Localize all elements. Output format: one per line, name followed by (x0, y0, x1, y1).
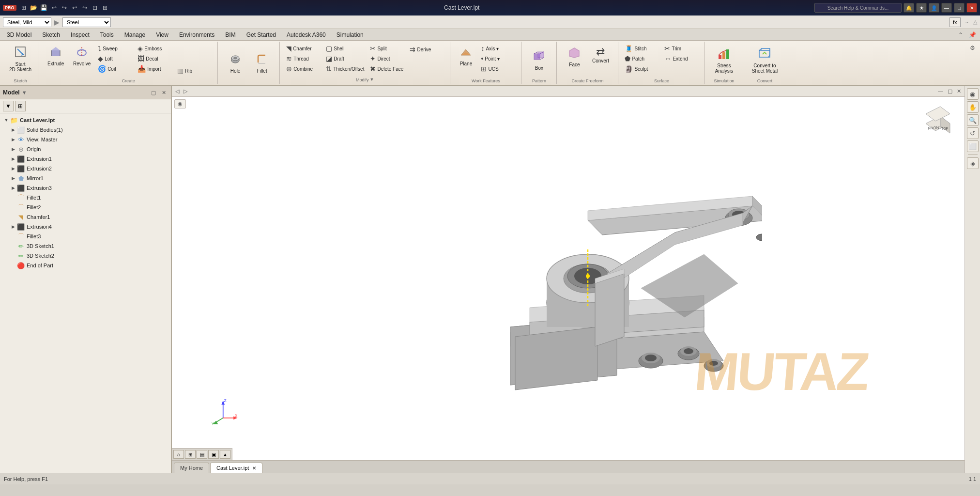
tree-item-chamfer1[interactable]: ◥ Chamfer1 (2, 212, 169, 222)
component-icon[interactable]: ⊡ (91, 3, 99, 12)
extend-btn[interactable]: ↔ Extend (662, 54, 701, 63)
split-btn[interactable]: ✂ Split (368, 44, 406, 53)
chamfer-btn[interactable]: ◥ Chamfer (284, 44, 322, 53)
material-select[interactable]: Steel, Mild (3, 17, 51, 27)
menu-bim[interactable]: BIM (220, 30, 240, 40)
menu-3dmodel[interactable]: 3D Model (2, 30, 36, 40)
revolve-btn[interactable]: Revolve (69, 44, 94, 68)
emboss-btn[interactable]: ◈ Emboss (135, 44, 174, 53)
direct-btn[interactable]: ✦ Direct (368, 54, 406, 63)
new-file-icon[interactable]: ⊞ (19, 3, 28, 12)
ucs-btn[interactable]: ⊞ UCS (478, 64, 517, 74)
delete-face-btn[interactable]: ✖ Delete Face (368, 64, 406, 74)
redo2-icon[interactable]: ↪ (80, 3, 89, 12)
decal-btn[interactable]: 🖼 Decal (135, 54, 174, 63)
trim-btn[interactable]: ✂ Trim (662, 44, 701, 53)
sculpt-btn[interactable]: 🗿 Sculpt (622, 64, 661, 74)
tree-item-end-of-part[interactable]: 🔴 End of Part (2, 261, 169, 270)
open-icon[interactable]: 📂 (30, 3, 38, 12)
tree-item-root[interactable]: ▼ 📁 Cast Lever.ipt (2, 115, 169, 125)
menu-view[interactable]: View (151, 30, 173, 40)
tab-cast-lever[interactable]: Cast Lever.ipt ✕ (210, 463, 262, 473)
split-view-btn[interactable]: ▣ (208, 450, 219, 459)
convert-sheet-metal-btn[interactable]: Convert toSheet Metal (748, 45, 781, 76)
point-btn[interactable]: • Point ▾ (478, 54, 517, 63)
import-btn[interactable]: 📥 Import (135, 64, 174, 74)
convert-freeform-btn[interactable]: ⇄ Convert (588, 45, 613, 65)
sweep-btn[interactable]: ⤵ Sweep (95, 44, 134, 53)
patch-btn[interactable]: ⬟ Patch (622, 54, 661, 63)
rotate-btn[interactable]: ↺ (967, 127, 979, 139)
ribbon-collapse-btn[interactable]: ⌃ (956, 31, 965, 38)
fit-btn[interactable]: ⬜ (967, 140, 979, 152)
extrude-btn[interactable]: Extrude (43, 44, 68, 68)
undo2-icon[interactable]: ↩ (70, 3, 79, 12)
tree-item-view-master[interactable]: ▶ 👁 View: Master (2, 135, 169, 144)
face-btn[interactable]: Face (562, 45, 587, 69)
filter-btn[interactable]: ▼ (3, 101, 14, 111)
maximize-btn[interactable]: □ (954, 3, 965, 13)
search-help-btn[interactable]: Search Help & Commands... (814, 3, 902, 13)
viewport-minimize-btn[interactable]: — (936, 88, 945, 95)
extrusion3-expand-icon[interactable]: ▶ (10, 185, 16, 191)
account-btn[interactable]: 👤 (929, 3, 939, 13)
tree-item-origin[interactable]: ▶ ⊕ Origin (2, 144, 169, 154)
grid-icon[interactable]: ⊞ (101, 3, 109, 12)
close-btn[interactable]: ✕ (966, 3, 977, 13)
ribbon-pin-btn[interactable]: 📌 (967, 31, 978, 38)
fx-btn[interactable]: fx (949, 17, 961, 27)
axis-btn[interactable]: ↕ Axis ▾ (478, 44, 517, 53)
stitch-btn[interactable]: 🧵 Stitch (622, 44, 661, 53)
menu-inspect[interactable]: Inspect (66, 30, 94, 40)
menu-a360[interactable]: Autodesk A360 (282, 30, 331, 40)
tree-item-extrusion2[interactable]: ▶ ⬛ Extrusion2 (2, 164, 169, 173)
quad-view-btn[interactable]: ⊞ (185, 450, 196, 459)
menu-sketch[interactable]: Sketch (37, 30, 65, 40)
appearance-toggle-btn[interactable]: ◈ (967, 157, 979, 169)
start-2d-sketch-btn[interactable]: Start2D Sketch (5, 43, 36, 75)
stress-analysis-btn[interactable]: StressAnalysis (710, 45, 738, 76)
model-panel-dropdown-icon[interactable]: ▼ (22, 90, 27, 95)
appearance-select[interactable]: Steel (62, 17, 111, 27)
tree-item-sketch3d2[interactable]: ✏ 3D Sketch2 (2, 251, 169, 261)
panel-expand-btn[interactable]: ▢ (149, 88, 158, 97)
menu-simulation[interactable]: Simulation (332, 30, 368, 40)
hole-btn[interactable]: Hole (223, 51, 248, 76)
tree-item-fillet3[interactable]: ⌒ Fillet3 (2, 232, 169, 241)
view-options-btn[interactable]: ⊞ (15, 101, 26, 111)
menu-tools[interactable]: Tools (95, 30, 119, 40)
plane-btn[interactable]: Plane (454, 44, 477, 68)
expand-btn[interactable]: ▲ (220, 450, 230, 459)
tree-item-fillet2[interactable]: ⌒ Fillet2 (2, 202, 169, 212)
menu-environments[interactable]: Environments (174, 30, 219, 40)
derive-btn[interactable]: ⇉ Derive (407, 45, 446, 54)
viewport-float-btn[interactable]: ▢ (946, 88, 954, 95)
extrusion4-expand-icon[interactable]: ▶ (10, 223, 16, 230)
notifications-btn[interactable]: 🔔 (903, 3, 914, 13)
rib-btn[interactable]: ▥ Rib (175, 66, 214, 76)
panel-close-btn[interactable]: ✕ (159, 88, 168, 97)
draft-btn[interactable]: ◪ Draft (323, 54, 367, 63)
tree-item-extrusion1[interactable]: ▶ ⬛ Extrusion1 (2, 154, 169, 164)
menu-manage[interactable]: Manage (120, 30, 150, 40)
origin-expand-icon[interactable]: ▶ (10, 146, 16, 153)
mirror1-expand-icon[interactable]: ▶ (10, 175, 16, 182)
menu-get-started[interactable]: Get Started (242, 30, 281, 40)
tree-item-fillet1[interactable]: ⌒ Fillet1 (2, 193, 169, 202)
root-expand-icon[interactable]: ▼ (3, 117, 10, 124)
undo-icon[interactable]: ↩ (50, 3, 59, 12)
tab-my-home[interactable]: My Home (174, 463, 209, 473)
minimize-btn[interactable]: — (941, 3, 952, 13)
nav-cube[interactable]: FRONT TOP (916, 102, 960, 145)
box-btn[interactable]: Box (526, 48, 551, 73)
save-icon[interactable]: 💾 (40, 3, 48, 12)
redo-icon[interactable]: ↪ (60, 3, 69, 12)
tree-item-sketch3d1[interactable]: ✏ 3D Sketch1 (2, 241, 169, 251)
view-master-expand-icon[interactable]: ▶ (10, 136, 16, 143)
favorites-btn[interactable]: ★ (916, 3, 927, 13)
ribbon-options-btn[interactable]: ⚙ (969, 44, 976, 52)
modify-dropdown-icon[interactable]: ▼ (370, 77, 374, 82)
tile-view-btn[interactable]: ▤ (197, 450, 207, 459)
viewport-back-btn[interactable]: ◁ (174, 88, 181, 95)
tree-item-extrusion3[interactable]: ▶ ⬛ Extrusion3 (2, 183, 169, 193)
